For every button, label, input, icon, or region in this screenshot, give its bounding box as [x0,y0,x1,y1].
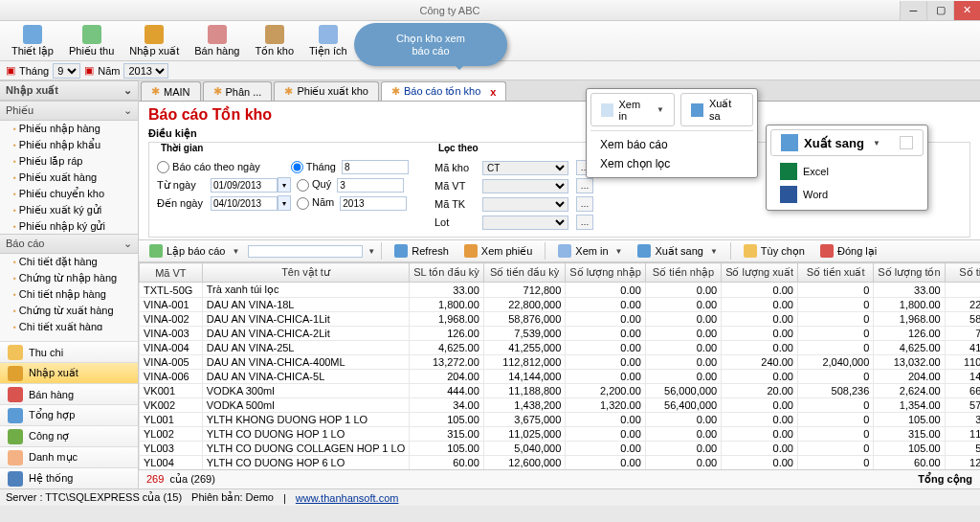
maximize-button[interactable]: ▢ [926,1,953,20]
calendar-icon[interactable]: ▾ [278,195,291,211]
col-header[interactable]: Mã VT [140,263,203,283]
nav-Công nợ[interactable]: Công nợ [0,425,138,446]
year-select[interactable]: 2013 [123,63,168,79]
to-date-input[interactable] [211,196,278,211]
xuat-sang-header[interactable]: Xuất sang ▼ [770,129,924,156]
baocao-item[interactable]: Chứng từ nhập hàng [0,270,138,286]
ribbon-Nhập xuất[interactable]: Nhập xuất [123,23,185,59]
radio-month[interactable] [291,161,303,173]
subsection-baocao[interactable]: Báo cáo⌄ [0,234,138,254]
calendar-icon[interactable]: ▾ [278,177,291,193]
xem-phieu-button[interactable]: Xem phiếu [457,241,539,261]
table-row[interactable]: VK002VODKA 500ml34.001,438,2001,320.0056… [140,398,981,413]
quarter-input[interactable] [337,178,404,193]
ribbon-Tiện ích[interactable]: Tiện ích [303,23,353,59]
export-word-item[interactable]: Word [770,183,924,206]
col-header[interactable]: Số tiền tồn [945,263,980,283]
ribbon-Bán hàng[interactable]: Bán hàng [189,23,245,58]
col-header[interactable]: Số lượng nhập [566,263,645,283]
col-header[interactable]: Số tiền đầu kỳ [483,263,565,283]
xem-in-dropdown[interactable]: Xem in ▼ [590,93,675,126]
table-row[interactable]: VINA-002DAU AN VINA-CHICA-1Lit1,968.0058… [140,312,981,327]
export-excel-item[interactable]: Excel [770,160,924,183]
vendor-link[interactable]: www.thanhansoft.com [296,492,399,504]
xem-in-button[interactable]: Xem in▼ [551,241,629,261]
col-header[interactable]: Số tiền nhập [645,263,721,283]
tuy-chon-button[interactable]: Tùy chọn [737,241,812,261]
baocao-item[interactable]: Chi tiết đặt hàng [0,254,138,270]
table-row[interactable]: VINA-004DAU AN VINA-25L4,625.0041,255,00… [140,341,981,355]
from-date-input[interactable] [211,178,278,193]
subsection-phieu[interactable]: Phiếu⌄ [0,101,138,121]
nav-Danh mục[interactable]: Danh mục [0,446,138,467]
table-row[interactable]: VK001VODKA 300ml444.0011,188,8002,200.00… [140,384,981,398]
phieu-item[interactable]: Phiếu xuất hàng [0,170,138,186]
report-grid[interactable]: Mã VTTên vật tưSL tồn đầu kỳSố tiền đầu … [139,262,980,469]
lap-bao-cao-button[interactable]: Lập báo cáo▼ [143,241,246,261]
radio-by-day[interactable] [157,161,169,173]
table-row[interactable]: VINA-005DAU AN VINA-CHICA-400ML13,272.00… [140,355,981,370]
left-panel: Nhập xuất⌄ Phiếu⌄ Phiếu nhập hàngPhiếu n… [0,80,139,488]
table-row[interactable]: TXTL-50GTrà xanh túi lọc33.00712,8000.00… [140,283,981,298]
nav-Tổng hợp[interactable]: Tổng hợp [0,404,138,425]
ribbon-Thiết lập[interactable]: Thiết lập [6,23,59,59]
year-input[interactable] [340,196,407,211]
phieu-item[interactable]: Phiếu nhập ký gửi [0,218,138,234]
toolbar-combo[interactable] [248,245,363,258]
phieu-item[interactable]: Phiếu nhập khẩu [0,137,138,153]
nav-Bán hàng[interactable]: Bán hàng [0,383,138,404]
makho-select[interactable]: CT [482,161,568,175]
ribbon-Phiếu thu[interactable]: Phiếu thu [63,23,120,59]
month-prefix: Tháng [19,65,49,77]
xuat-sa-dropdown[interactable]: Xuất sa [680,93,753,126]
callout-tooltip: Chọn kho xembáo cáo [354,23,507,66]
minimize-button[interactable]: ─ [900,1,926,20]
table-row[interactable]: VINA-006DAU AN VINA-CHICA-5L204.0014,144… [140,370,981,384]
baocao-item[interactable]: Chi tiết nhập hàng [0,286,138,303]
close-button[interactable]: ✕ [953,1,980,20]
dong-lai-button[interactable]: Đóng lại [813,241,883,261]
xem-bao-cao-item[interactable]: Xem báo cáo [590,135,753,154]
refresh-button[interactable]: Refresh [388,241,456,261]
phieu-item[interactable]: Phiếu nhập hàng [0,121,138,137]
col-header[interactable]: Số lượng xuất [722,263,798,283]
radio-quarter[interactable] [297,179,309,192]
col-header[interactable]: Số lượng tồn [874,263,945,283]
col-header[interactable]: SL tồn đầu kỳ [410,263,484,283]
tab[interactable]: ✱Báo cáo tồn khox [381,81,507,101]
table-row[interactable]: YL003YLTH CO DUONG COLLAGEN HOP 1 LO105.… [140,442,981,456]
phieu-item[interactable]: Phiếu lắp ráp [0,153,138,170]
radio-year[interactable] [297,197,309,210]
dots-button[interactable]: … [576,178,593,193]
xuat-sang-button[interactable]: Xuất sang▼ [631,241,724,261]
xem-chon-loc-item[interactable]: Xem chọn lọc [590,154,753,173]
table-row[interactable]: YL001YLTH KHONG DUONG HOP 1 LO105.003,67… [140,413,981,427]
dots-button[interactable]: … [576,215,593,230]
month-input[interactable] [342,160,409,174]
tab[interactable]: ✱MAIN [141,81,201,101]
baocao-item[interactable]: Chứng từ xuất hàng [0,303,138,319]
nav-Thu chi[interactable]: Thu chi [0,341,138,362]
page-title: Báo cáo Tồn kho [139,102,980,127]
section-nhap-xuat[interactable]: Nhập xuất⌄ [0,80,138,101]
mavt-select[interactable] [482,179,568,193]
filter-legend: Lọc theo [434,143,482,153]
ribbon-Tồn kho[interactable]: Tồn kho [249,23,300,59]
nav-Hệ thống[interactable]: Hệ thống [0,467,138,488]
dots-button[interactable]: … [576,196,593,212]
table-row[interactable]: YL002YLTH CO DUONG HOP 1 LO315.0011,025,… [140,427,981,442]
baocao-item[interactable]: Chi tiết xuất hàng [0,319,138,330]
phieu-item[interactable]: Phiếu xuất ký gửi [0,202,138,218]
tab[interactable]: ✱Phân ... [203,81,273,101]
phieu-item[interactable]: Phiếu chuyển kho [0,186,138,202]
tab[interactable]: ✱Phiếu xuất kho [274,81,379,101]
matk-select[interactable] [482,197,568,212]
lot-select[interactable] [482,216,568,230]
col-header[interactable]: Số tiền xuất [797,263,873,283]
table-row[interactable]: YL004YLTH CO DUONG HOP 6 LO60.0012,600,0… [140,456,981,470]
table-row[interactable]: VINA-001DAU AN VINA-18L1,800.0022,800,00… [140,298,981,312]
month-select[interactable]: 9 [53,63,80,79]
table-row[interactable]: VINA-003DAU AN VINA-CHICA-2Lit126.007,53… [140,327,981,341]
nav-Nhập xuất[interactable]: Nhập xuất [0,362,138,383]
col-header[interactable]: Tên vật tư [202,263,409,283]
